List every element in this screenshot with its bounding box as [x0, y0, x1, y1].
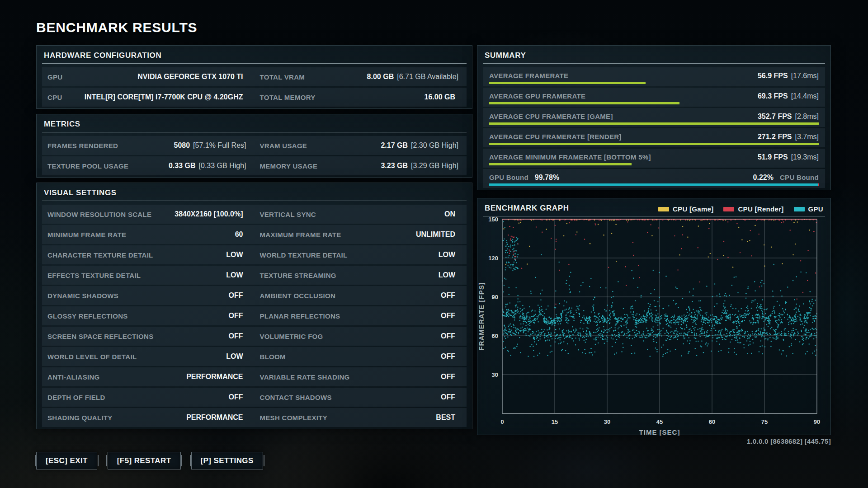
- table-row: CPU INTEL[R] CORE[TM] I7-7700K CPU @ 4.2…: [42, 88, 467, 107]
- svg-text:60: 60: [492, 333, 498, 339]
- setting-cell: VARIABLE RATE SHADING OFF: [255, 367, 467, 386]
- setting-cell: CONTACT SHADOWS OFF: [255, 388, 467, 407]
- row-label: AVERAGE CPU FRAMERATE [GAME]: [489, 113, 613, 120]
- row-value: LOW: [226, 251, 246, 259]
- row-label: GPU: [47, 73, 62, 81]
- row-label: VOLUMETRIC FOG: [260, 333, 323, 340]
- setting-cell: BLOOM OFF: [255, 347, 467, 366]
- panel-header: VISUAL SETTINGS: [42, 188, 467, 201]
- svg-text:0: 0: [500, 418, 504, 425]
- row-value: OFF: [229, 312, 246, 320]
- row-value: LOW: [439, 271, 458, 279]
- summary-row: AVERAGE FRAMERATE 56.9 FPS[17.6ms]: [483, 67, 825, 86]
- legend-label: GPU: [808, 205, 823, 213]
- settings-row: MINIMUM FRAME RATE 60 MAXIMUM FRAME RATE…: [42, 225, 467, 244]
- hardware-vram-cell: TOTAL VRAM 8.00 GB[6.71 GB Available]: [255, 67, 467, 86]
- row-label: BLOOM: [260, 353, 286, 361]
- setting-cell: SHADING QUALITY PERFORMANCE: [42, 408, 255, 427]
- row-value: OFF: [441, 332, 458, 340]
- settings-row: DYNAMIC SHADOWS OFF AMBIENT OCCLUSION OF…: [42, 286, 467, 305]
- framerate-bar: [489, 102, 819, 104]
- row-value: BEST: [436, 413, 458, 422]
- panel-header: SUMMARY: [483, 50, 825, 64]
- row-label: EFFECTS TEXTURE DETAIL: [47, 272, 141, 279]
- summary-row: AVERAGE MINIMUM FRAMERATE [BOTTOM 5%] 51…: [483, 149, 825, 168]
- row-value: OFF: [441, 352, 458, 361]
- row-label: DYNAMIC SHADOWS: [47, 292, 118, 300]
- svg-text:150: 150: [488, 216, 498, 223]
- row-label: AVERAGE GPU FRAMERATE: [489, 92, 585, 100]
- legend-item-gpu: GPU: [794, 205, 823, 213]
- svg-text:90: 90: [814, 418, 820, 425]
- panel-header-text: SUMMARY: [485, 51, 526, 60]
- row-label: VARIABLE RATE SHADING: [260, 373, 350, 381]
- setting-cell: CHARACTER TEXTURE DETAIL LOW: [42, 245, 255, 264]
- table-row: FRAMES RENDERED 5080[57.1% Full Res] VRA…: [42, 136, 467, 155]
- hardware-configuration-panel: HARDWARE CONFIGURATION GPU NVIDIA GEFORC…: [36, 45, 472, 109]
- row-label: TOTAL MEMORY: [260, 94, 316, 101]
- legend-swatch-gpu-icon: [794, 207, 805, 211]
- footer-buttons: [ESC] EXIT [F5] RESTART [P] SETTINGS: [36, 452, 263, 469]
- exit-button[interactable]: [ESC] EXIT: [36, 452, 97, 469]
- settings-button[interactable]: [P] SETTINGS: [191, 452, 263, 469]
- visual-settings-panel: VISUAL SETTINGS WINDOW RESOLUTION SCALE …: [36, 183, 472, 429]
- table-row: TEXTURE POOL USAGE 0.33 GB[0.33 GB High]…: [42, 156, 467, 175]
- row-value: OFF: [441, 373, 458, 381]
- setting-cell: EFFECTS TEXTURE DETAIL LOW: [42, 266, 255, 285]
- svg-text:90: 90: [492, 294, 498, 300]
- row-label: GLOSSY REFLECTIONS: [47, 312, 128, 320]
- row-value: 56.9 FPS[17.6ms]: [758, 72, 819, 80]
- metrics-panel: METRICS FRAMES RENDERED 5080[57.1% Full …: [36, 114, 472, 178]
- row-label: TEXTURE POOL USAGE: [47, 162, 128, 170]
- legend-label: CPU [Game]: [673, 205, 714, 213]
- row-value: 16.00 GB: [425, 93, 458, 101]
- row-value: 2.17 GB[2.30 GB High]: [381, 141, 458, 150]
- row-label: MAXIMUM FRAME RATE: [260, 231, 341, 239]
- row-label: WORLD LEVEL OF DETAIL: [47, 353, 137, 361]
- row-value: UNLIMITED: [416, 230, 458, 239]
- svg-text:30: 30: [604, 418, 610, 425]
- metrics-memory-cell: MEMORY USAGE 3.23 GB[3.29 GB High]: [255, 156, 467, 175]
- legend-item-cpu-game: CPU [Game]: [658, 205, 714, 213]
- setting-cell: DEPTH OF FIELD OFF: [42, 388, 255, 407]
- setting-cell: VERTICAL SYNC ON: [255, 205, 467, 224]
- hardware-gpu-cell: GPU NVIDIA GEFORCE GTX 1070 TI: [42, 67, 255, 86]
- row-label: GPU Bound: [489, 174, 528, 181]
- framerate-bar: [489, 143, 819, 145]
- row-value: ON: [444, 210, 458, 218]
- setting-cell: DYNAMIC SHADOWS OFF: [42, 286, 255, 305]
- row-value: OFF: [229, 393, 246, 401]
- framerate-bar: [489, 122, 819, 125]
- row-value: LOW: [439, 251, 458, 259]
- row-value: LOW: [226, 352, 246, 361]
- row-value: INTEL[R] CORE[TM] I7-7700K CPU @ 4.20GHZ: [85, 93, 246, 101]
- gpu-bound-bar: [489, 183, 819, 186]
- row-label: AVERAGE FRAMERATE: [489, 72, 568, 80]
- gpu-bound-row: GPU Bound 99.78% 0.22% CPU Bound: [483, 169, 825, 188]
- summary-panel: SUMMARY AVERAGE FRAMERATE 56.9 FPS[17.6m…: [477, 45, 831, 190]
- setting-cell: WORLD LEVEL OF DETAIL LOW: [42, 347, 255, 366]
- summary-row: AVERAGE GPU FRAMERATE 69.3 FPS[14.4ms]: [483, 88, 825, 107]
- setting-cell: VOLUMETRIC FOG OFF: [255, 327, 467, 346]
- settings-row: SCREEN SPACE REFLECTIONS OFF VOLUMETRIC …: [42, 327, 467, 346]
- settings-row: SHADING QUALITY PERFORMANCE MESH COMPLEX…: [42, 408, 467, 427]
- row-value: 3840X2160 [100.0%]: [175, 210, 246, 218]
- setting-cell: TEXTURE STREAMING LOW: [255, 266, 467, 285]
- benchmark-scatter-chart: 0153045607590306090120150TIME [SEC]FRAME…: [477, 215, 831, 436]
- version-text: 1.0.0.0 [8638682] [445.75]: [747, 437, 831, 445]
- framerate-bar: [489, 163, 819, 165]
- row-value: OFF: [441, 312, 458, 320]
- settings-row: GLOSSY REFLECTIONS OFF PLANAR REFLECTION…: [42, 306, 467, 325]
- framerate-bar: [489, 82, 819, 84]
- settings-row: WORLD LEVEL OF DETAIL LOW BLOOM OFF: [42, 347, 467, 366]
- restart-button[interactable]: [F5] RESTART: [108, 452, 181, 469]
- row-value: 3.23 GB[3.29 GB High]: [381, 162, 458, 170]
- row-label: CPU: [47, 94, 62, 101]
- summary-row: AVERAGE CPU FRAMERATE [GAME] 352.7 FPS[2…: [483, 108, 825, 127]
- hardware-cpu-cell: CPU INTEL[R] CORE[TM] I7-7700K CPU @ 4.2…: [42, 88, 255, 107]
- legend-swatch-cpu-render-icon: [723, 207, 734, 211]
- table-row: GPU NVIDIA GEFORCE GTX 1070 TI TOTAL VRA…: [42, 67, 467, 86]
- svg-text:60: 60: [709, 418, 715, 425]
- row-value: PERFORMANCE: [186, 373, 246, 381]
- setting-cell: SCREEN SPACE REFLECTIONS OFF: [42, 327, 255, 346]
